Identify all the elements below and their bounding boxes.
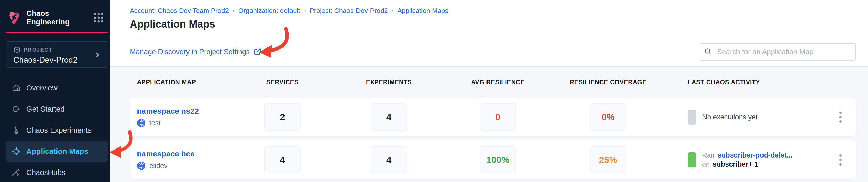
sidebar: Chaos Engineering PROJECT Chaos-Dev-Prod… <box>0 0 110 182</box>
namespace-label: test <box>149 119 161 127</box>
kubernetes-icon <box>137 119 146 127</box>
row-menu-kebab-icon[interactable] <box>837 152 844 168</box>
activity-ran-label: Ran <box>702 151 715 159</box>
manage-discovery-link[interactable]: Manage Discovery in Project Settings <box>130 48 261 56</box>
main-area: Account: Chaos Dev Team Prod2 › Organiza… <box>110 0 868 182</box>
page-header: Account: Chaos Dev Team Prod2 › Organiza… <box>110 0 868 37</box>
app-switcher-grid-icon[interactable] <box>93 12 104 23</box>
toolbar: Manage Discovery in Project Settings <box>110 37 868 67</box>
column-header-services: SERVICES <box>229 79 335 86</box>
avg-resilience-badge: 0 <box>480 103 516 131</box>
resilience-coverage-badge: 0% <box>590 103 626 131</box>
breadcrumb-organization[interactable]: Organization: default <box>238 7 300 15</box>
harness-chaos-logo-icon <box>7 10 21 26</box>
external-link-icon <box>253 48 261 56</box>
manage-discovery-label: Manage Discovery in Project Settings <box>130 48 250 56</box>
experiments-count-badge: 4 <box>371 103 407 131</box>
sidebar-item-chaos-experiments[interactable]: Chaos Experiments <box>6 120 108 141</box>
application-map-link[interactable]: namespace hce <box>137 150 229 158</box>
column-header-experiments: EXPERIMENTS <box>335 79 442 86</box>
services-count-badge: 2 <box>265 103 301 131</box>
table-row: namespace ns22 test 2 <box>130 98 856 136</box>
search-box <box>700 43 856 61</box>
activity-status-swatch <box>688 152 696 167</box>
project-label: PROJECT <box>24 47 53 53</box>
page-title: Application Maps <box>130 18 868 30</box>
avg-resilience-badge: 100% <box>480 146 516 174</box>
sidebar-item-get-started[interactable]: Get Started <box>6 98 108 120</box>
chevron-right-icon <box>94 51 101 59</box>
sidebar-item-overview[interactable]: Overview <box>6 77 108 98</box>
activity-target: subscriber+ 1 <box>713 160 758 168</box>
table-row: namespace hce eiidev 4 <box>130 141 856 179</box>
sidebar-item-application-maps[interactable]: Application Maps <box>6 141 108 162</box>
activity-on-label: on <box>702 160 710 168</box>
sidebar-item-label: ChaosHubs <box>26 168 65 177</box>
sidebar-header: Chaos Engineering <box>0 0 110 26</box>
kubernetes-icon <box>137 161 146 170</box>
experiments-count-badge: 4 <box>371 146 407 174</box>
get-started-icon <box>12 105 21 114</box>
search-icon <box>704 48 712 56</box>
sidebar-item-chaoshubs[interactable]: ChaosHubs <box>6 162 108 182</box>
column-header-last-chaos-activity: LAST CHAOS ACTIVITY <box>663 79 820 86</box>
project-selector[interactable]: PROJECT Chaos-Dev-Prod2 <box>6 41 108 68</box>
breadcrumb: Account: Chaos Dev Team Prod2 › Organiza… <box>130 7 868 15</box>
column-header-application-map: APPLICATION MAP <box>130 79 229 86</box>
sidebar-nav: Overview Get Started Chaos Experiments <box>0 77 110 182</box>
hub-icon <box>12 168 21 177</box>
search-input[interactable] <box>700 43 856 61</box>
application-maps-page: Chaos Engineering PROJECT Chaos-Dev-Prod… <box>0 0 868 182</box>
column-header-resilience-coverage: RESILIENCE COVERAGE <box>553 79 663 86</box>
breadcrumb-account[interactable]: Account: Chaos Dev Team Prod2 <box>130 7 229 15</box>
resilience-coverage-badge: 25% <box>590 146 626 174</box>
breadcrumb-application-maps[interactable]: Application Maps <box>397 7 448 15</box>
sidebar-item-label: Get Started <box>26 105 64 114</box>
flask-icon <box>12 126 21 134</box>
sidebar-accent-divider <box>6 32 108 33</box>
cube-icon <box>13 46 21 53</box>
services-count-badge: 4 <box>265 146 301 174</box>
column-header-avg-resilience: AVG RESILIENCE <box>442 79 553 86</box>
breadcrumb-separator: › <box>232 7 235 15</box>
home-icon <box>12 84 21 92</box>
namespace-label: eiidev <box>149 162 168 170</box>
sidebar-item-label: Chaos Experiments <box>26 126 92 134</box>
sidebar-item-label: Overview <box>26 84 58 92</box>
row-menu-kebab-icon[interactable] <box>837 109 844 125</box>
application-map-link[interactable]: namespace ns22 <box>137 107 229 116</box>
breadcrumb-project[interactable]: Project: Chaos-Dev-Prod2 <box>310 7 388 15</box>
activity-status-swatch <box>688 110 696 124</box>
target-icon <box>12 147 21 156</box>
activity-text: No executions yet <box>702 113 757 121</box>
breadcrumb-separator: › <box>392 7 394 15</box>
sidebar-item-label: Application Maps <box>26 147 88 156</box>
app-title: Chaos Engineering <box>26 9 89 26</box>
breadcrumb-separator: › <box>304 7 306 15</box>
activity-experiment-link[interactable]: subscriber-pod-delet... <box>718 151 793 159</box>
table-header-row: APPLICATION MAP SERVICES EXPERIMENTS AVG… <box>130 67 856 98</box>
